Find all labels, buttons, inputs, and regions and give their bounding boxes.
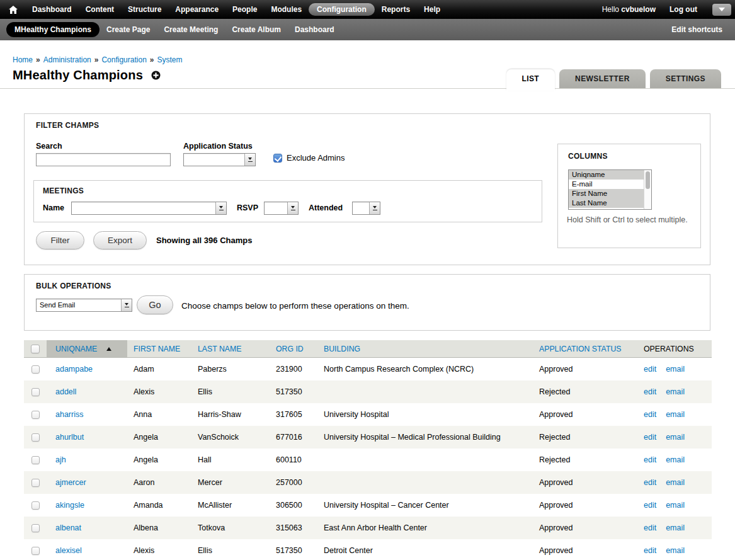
edit-link[interactable]: edit: [644, 546, 656, 555]
columns-option-first-name[interactable]: First Name: [569, 189, 644, 198]
column-header-application-status[interactable]: APPLICATION STATUS: [533, 340, 637, 357]
home-icon[interactable]: [9, 6, 18, 14]
go-button[interactable]: Go: [137, 295, 173, 314]
row-checkbox[interactable]: [31, 479, 40, 487]
select-all-checkbox[interactable]: [31, 345, 40, 353]
row-checkbox[interactable]: [31, 547, 40, 555]
email-link[interactable]: email: [666, 410, 685, 419]
row-checkbox[interactable]: [31, 365, 40, 374]
uniqname-link[interactable]: addell: [55, 387, 76, 396]
column-header-first-name[interactable]: FIRST NAME: [127, 340, 191, 357]
scrollbar-thumb[interactable]: [646, 171, 650, 189]
edit-link[interactable]: edit: [644, 501, 656, 510]
edit-shortcuts-link[interactable]: Edit shortcuts: [671, 25, 735, 34]
edit-link[interactable]: edit: [644, 410, 656, 419]
columns-listbox[interactable]: Uniqname E-mail First Name Last Name: [568, 169, 652, 210]
application-status-cell: Approved: [533, 546, 637, 555]
first-name-cell: Albena: [127, 523, 191, 532]
row-checkbox[interactable]: [31, 456, 40, 464]
breadcrumb-administration[interactable]: Administration: [43, 55, 91, 64]
rsvp-select[interactable]: [264, 202, 299, 215]
column-header-uniqname-label: UNIQNAME: [55, 345, 97, 353]
shortcut-create-album[interactable]: Create Album: [225, 19, 288, 40]
edit-link[interactable]: edit: [644, 523, 656, 532]
columns-option-email[interactable]: E-mail: [569, 180, 644, 189]
plus-circle-icon[interactable]: [151, 71, 161, 80]
attended-select[interactable]: [352, 202, 380, 215]
meetings-legend: MEETINGS: [43, 186, 84, 195]
row-checkbox[interactable]: [31, 388, 40, 396]
row-checkbox[interactable]: [31, 501, 40, 510]
meeting-name-select[interactable]: [71, 202, 227, 215]
email-link[interactable]: email: [666, 365, 685, 374]
last-name-cell: Hall: [191, 455, 270, 464]
chevron-down-icon: [719, 8, 725, 11]
uniqname-link[interactable]: aharriss: [55, 410, 83, 419]
column-header-last-name[interactable]: LAST NAME: [191, 340, 270, 357]
row-checkbox[interactable]: [31, 411, 40, 419]
logout-link[interactable]: Log out: [669, 5, 712, 14]
breadcrumb-configuration[interactable]: Configuration: [101, 55, 146, 64]
uniqname-link[interactable]: albenat: [55, 523, 81, 532]
email-link[interactable]: email: [666, 433, 685, 442]
uniqname-link[interactable]: adampabe: [55, 365, 93, 374]
edit-link[interactable]: edit: [644, 387, 656, 396]
email-link[interactable]: email: [666, 523, 685, 532]
uniqname-link[interactable]: ajmercer: [55, 478, 86, 487]
email-link[interactable]: email: [666, 455, 685, 464]
toolbar-item-appearance[interactable]: Appearance: [168, 0, 225, 19]
toolbar-item-reports[interactable]: Reports: [375, 0, 417, 19]
toolbar-item-dashboard[interactable]: Dashboard: [25, 0, 79, 19]
column-header-building[interactable]: BUILDING: [317, 340, 533, 357]
uniqname-link[interactable]: ajh: [55, 455, 66, 464]
columns-option-last-name[interactable]: Last Name: [569, 198, 644, 208]
toolbar-toggle-button[interactable]: [712, 4, 731, 16]
uniqname-link[interactable]: akingsle: [55, 501, 84, 510]
toolbar-item-people[interactable]: People: [225, 0, 264, 19]
row-checkbox[interactable]: [31, 433, 40, 442]
email-link[interactable]: email: [666, 478, 685, 487]
shortcut-dashboard[interactable]: Dashboard: [288, 19, 341, 40]
toolbar-item-structure[interactable]: Structure: [121, 0, 168, 19]
toolbar-item-configuration[interactable]: Configuration: [309, 3, 375, 16]
bulk-operation-select[interactable]: Send Email: [36, 299, 132, 312]
edit-link[interactable]: edit: [644, 478, 656, 487]
shortcut-mhealthy-champions[interactable]: MHealthy Champions: [6, 22, 100, 37]
org-id-cell: 517350: [270, 546, 317, 555]
toolbar-item-modules[interactable]: Modules: [264, 0, 309, 19]
tab-list[interactable]: LIST: [506, 69, 556, 91]
org-id-cell: 231900: [270, 365, 317, 374]
email-link[interactable]: email: [666, 501, 685, 510]
toolbar-item-content[interactable]: Content: [79, 0, 121, 19]
email-link[interactable]: email: [666, 546, 685, 555]
tab-newsletter[interactable]: NEWSLETTER: [559, 69, 646, 88]
uniqname-link[interactable]: alexisel: [55, 546, 82, 555]
toolbar-item-help[interactable]: Help: [417, 0, 447, 19]
breadcrumb-system[interactable]: System: [157, 55, 183, 64]
last-name-cell: Ellis: [191, 387, 270, 396]
edit-link[interactable]: edit: [644, 433, 656, 442]
edit-link[interactable]: edit: [644, 455, 656, 464]
columns-option-uniqname[interactable]: Uniqname: [569, 170, 644, 180]
filter-button[interactable]: Filter: [36, 231, 84, 249]
breadcrumb-home[interactable]: Home: [13, 55, 33, 64]
tab-settings[interactable]: SETTINGS: [650, 69, 721, 88]
building-cell: University Hospital – Cancer Center: [317, 501, 533, 510]
listbox-scrollbar[interactable]: [644, 170, 651, 209]
edit-link[interactable]: edit: [644, 365, 656, 374]
last-name-cell: Totkova: [191, 523, 270, 532]
exclude-admins-checkbox[interactable]: [273, 154, 282, 163]
column-header-org-id[interactable]: ORG ID: [270, 340, 317, 357]
shortcut-create-page[interactable]: Create Page: [100, 19, 157, 40]
uniqname-link[interactable]: ahurlbut: [55, 433, 84, 442]
shortcut-create-meeting[interactable]: Create Meeting: [157, 19, 225, 40]
row-checkbox[interactable]: [31, 524, 40, 532]
search-input[interactable]: [36, 153, 171, 166]
application-status-select[interactable]: [183, 153, 256, 166]
email-link[interactable]: email: [666, 387, 685, 396]
export-button[interactable]: Export: [93, 231, 147, 249]
org-id-cell: 600110: [270, 455, 317, 464]
dropdown-arrow-icon: [215, 202, 226, 214]
application-status-value: [184, 154, 244, 166]
column-header-uniqname[interactable]: UNIQNAME: [47, 340, 127, 357]
